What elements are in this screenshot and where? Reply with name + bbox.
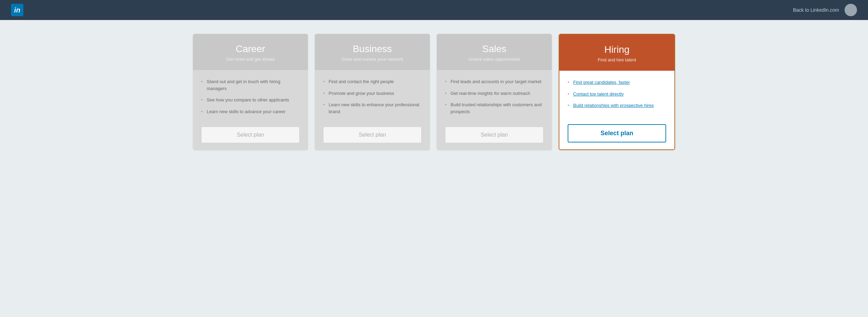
sales-body: Find leads and accounts in your target m… — [437, 70, 552, 150]
hiring-title: Hiring — [566, 44, 668, 55]
sales-select-button[interactable]: Select plan — [445, 127, 544, 143]
list-item: Get real-time insights for warm outreach — [445, 90, 544, 97]
main-content: Career Get hired and get ahead Stand out… — [0, 20, 868, 164]
business-select-button[interactable]: Select plan — [323, 127, 422, 143]
business-subtitle: Grow and nurture your network — [322, 57, 423, 62]
plan-card-career: Career Get hired and get ahead Stand out… — [193, 34, 308, 150]
business-body: Find and contact the right people Promot… — [315, 70, 430, 150]
list-item: Learn new skills to enhance your profess… — [323, 101, 422, 115]
career-select-button[interactable]: Select plan — [201, 127, 300, 143]
hiring-select-button[interactable]: Select plan — [568, 124, 666, 142]
plan-header-sales: Sales Unlock sales opportunities — [437, 34, 552, 70]
plan-header-hiring: Hiring Find and hire talent — [559, 34, 674, 71]
plans-container: Career Get hired and get ahead Stand out… — [193, 34, 675, 150]
sales-title: Sales — [444, 43, 545, 55]
hiring-subtitle: Find and hire talent — [566, 57, 668, 62]
list-item: Find leads and accounts in your target m… — [445, 78, 544, 85]
app-header: in Back to LinkedIn.com — [0, 0, 868, 20]
career-subtitle: Get hired and get ahead — [200, 57, 301, 62]
plan-card-hiring: Hiring Find and hire talent Find great c… — [559, 34, 675, 150]
sales-subtitle: Unlock sales opportunities — [444, 57, 545, 62]
list-item: Build relationships with prospective hir… — [568, 102, 666, 109]
plan-card-sales: Sales Unlock sales opportunities Find le… — [437, 34, 552, 150]
list-item: See how you compare to other applicants — [201, 97, 300, 103]
plan-header-business: Business Grow and nurture your network — [315, 34, 430, 70]
list-item: Find great candidates, faster — [568, 79, 666, 86]
hiring-feature-link-1[interactable]: Find great candidates, faster — [573, 80, 630, 85]
career-features: Stand out and get in touch with hiring m… — [201, 78, 300, 120]
career-body: Stand out and get in touch with hiring m… — [193, 70, 308, 150]
list-item: Build trusted relationships with custome… — [445, 101, 544, 115]
hiring-body: Find great candidates, faster Contact to… — [559, 71, 674, 149]
list-item: Learn new skills to advance your career — [201, 108, 300, 115]
list-item: Stand out and get in touch with hiring m… — [201, 78, 300, 92]
sales-features: Find leads and accounts in your target m… — [445, 78, 544, 120]
hiring-features: Find great candidates, faster Contact to… — [568, 79, 666, 117]
career-title: Career — [200, 43, 301, 55]
back-to-linkedin-link[interactable]: Back to LinkedIn.com — [793, 7, 839, 13]
header-right: Back to LinkedIn.com — [793, 4, 857, 16]
hiring-feature-link-2[interactable]: Contact top talent directly — [573, 91, 624, 97]
plan-card-business: Business Grow and nurture your network F… — [315, 34, 430, 150]
linkedin-logo: in — [11, 4, 23, 16]
avatar[interactable] — [845, 4, 857, 16]
list-item: Promote and grow your business — [323, 90, 422, 97]
business-title: Business — [322, 43, 423, 55]
list-item: Find and contact the right people — [323, 78, 422, 85]
hiring-feature-link-3[interactable]: Build relationships with prospective hir… — [573, 103, 654, 108]
list-item: Contact top talent directly — [568, 91, 666, 98]
plan-header-career: Career Get hired and get ahead — [193, 34, 308, 70]
business-features: Find and contact the right people Promot… — [323, 78, 422, 120]
